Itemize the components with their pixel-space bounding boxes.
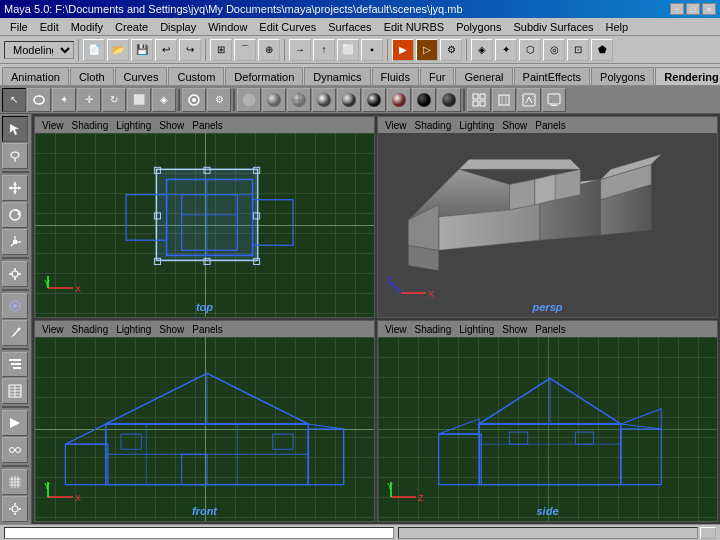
mode-dropdown[interactable]: Modeling Animation Dynamics Rendering (4, 41, 74, 59)
move-button[interactable] (2, 175, 28, 201)
menu-polygons[interactable]: Polygons (450, 20, 507, 34)
move-tool-icon[interactable]: ✛ (77, 88, 101, 112)
vp-side-panels[interactable]: Panels (532, 324, 569, 335)
vp-top-view[interactable]: View (39, 120, 67, 131)
vp-persp-view[interactable]: View (382, 120, 410, 131)
save-scene-button[interactable]: 💾 (131, 39, 153, 61)
tb-icon-4[interactable]: ◎ (543, 39, 565, 61)
vp-top-lighting[interactable]: Lighting (113, 120, 154, 131)
tab-rendering[interactable]: Rendering (655, 67, 720, 85)
viewport-persp[interactable]: View Shading Lighting Show Panels (377, 116, 718, 318)
channel-box-button[interactable] (2, 378, 28, 404)
tab-general[interactable]: General (455, 67, 512, 85)
vp-front-view[interactable]: View (39, 324, 67, 335)
frame-all-icon[interactable] (492, 88, 516, 112)
menu-subdiv[interactable]: Subdiv Surfaces (507, 20, 599, 34)
paint-select-icon[interactable]: ✦ (52, 88, 76, 112)
tab-curves[interactable]: Curves (115, 67, 168, 85)
grid-display-icon[interactable] (467, 88, 491, 112)
hierarchy-button[interactable]: ↑ (313, 39, 335, 61)
sphere-toon-icon[interactable] (337, 88, 361, 112)
menu-file[interactable]: File (4, 20, 34, 34)
render-settings-button[interactable]: ⚙ (440, 39, 462, 61)
render-button[interactable]: ▶ (392, 39, 414, 61)
menu-help[interactable]: Help (600, 20, 635, 34)
grid-button[interactable] (2, 469, 28, 495)
scale-button[interactable] (2, 229, 28, 255)
tab-painteffects[interactable]: PaintEffects (514, 67, 591, 85)
sphere-gradient-icon[interactable] (362, 88, 386, 112)
menu-edit-curves[interactable]: Edit Curves (253, 20, 322, 34)
select-tool-icon[interactable]: ↖ (2, 88, 26, 112)
snap-point-button[interactable]: ⊕ (258, 39, 280, 61)
menu-modify[interactable]: Modify (65, 20, 109, 34)
menu-edit-nurbs[interactable]: Edit NURBS (378, 20, 451, 34)
tab-polygons[interactable]: Polygons (591, 67, 654, 85)
vp-front-show[interactable]: Show (156, 324, 187, 335)
tb-icon-5[interactable]: ⊡ (567, 39, 589, 61)
tb-icon-1[interactable]: ◈ (471, 39, 493, 61)
rotate-button[interactable] (2, 202, 28, 228)
tb-icon-6[interactable]: ⬟ (591, 39, 613, 61)
render-button-left[interactable] (2, 410, 28, 436)
undo-button[interactable]: ↩ (155, 39, 177, 61)
tab-dynamics[interactable]: Dynamics (304, 67, 370, 85)
outliner-button[interactable] (2, 352, 28, 378)
vp-side-shading[interactable]: Shading (412, 324, 455, 335)
vp-top-show[interactable]: Show (156, 120, 187, 131)
vp-side-lighting[interactable]: Lighting (456, 324, 497, 335)
vp-side-view[interactable]: View (382, 324, 410, 335)
object-mode-button[interactable]: ⬜ (337, 39, 359, 61)
redo-button[interactable]: ↪ (179, 39, 201, 61)
tab-fur[interactable]: Fur (420, 67, 455, 85)
sphere-shaded-icon[interactable] (312, 88, 336, 112)
lasso-tool-icon[interactable] (27, 88, 51, 112)
vp-front-lighting[interactable]: Lighting (113, 324, 154, 335)
tab-cloth[interactable]: Cloth (70, 67, 114, 85)
open-scene-button[interactable]: 📂 (107, 39, 129, 61)
snap-curve-button[interactable]: ⌒ (234, 39, 256, 61)
tab-animation[interactable]: Animation (2, 67, 69, 85)
menu-surfaces[interactable]: Surfaces (322, 20, 377, 34)
rotate-tool-icon[interactable]: ↻ (102, 88, 126, 112)
soft-select-button[interactable] (2, 293, 28, 319)
viewport-side[interactable]: View Shading Lighting Show Panels (377, 320, 718, 522)
transform-icon[interactable]: ◈ (152, 88, 176, 112)
hypershade-icon[interactable] (517, 88, 541, 112)
tab-deformation[interactable]: Deformation (225, 67, 303, 85)
paint-tool-button[interactable] (2, 320, 28, 346)
vp-front-panels[interactable]: Panels (189, 324, 226, 335)
menu-window[interactable]: Window (202, 20, 253, 34)
menu-create[interactable]: Create (109, 20, 154, 34)
sphere-flat-icon[interactable] (237, 88, 261, 112)
vp-persp-lighting[interactable]: Lighting (456, 120, 497, 131)
tab-fluids[interactable]: Fluids (372, 67, 419, 85)
vp-top-shading[interactable]: Shading (69, 120, 112, 131)
tab-custom[interactable]: Custom (168, 67, 224, 85)
soft-mod-icon[interactable] (182, 88, 206, 112)
hypershade-button[interactable] (2, 437, 28, 463)
vp-persp-panels[interactable]: Panels (532, 120, 569, 131)
sphere-wire-icon[interactable] (287, 88, 311, 112)
vp-side-show[interactable]: Show (499, 324, 530, 335)
status-right-button[interactable] (700, 527, 716, 539)
show-manip-icon[interactable]: ⚙ (207, 88, 231, 112)
vp-persp-shading[interactable]: Shading (412, 120, 455, 131)
render-view-icon[interactable] (542, 88, 566, 112)
ipr-render-button[interactable]: ▷ (416, 39, 438, 61)
select-button[interactable] (2, 116, 28, 142)
status-scrollbar[interactable] (398, 527, 698, 539)
show-manip-button[interactable] (2, 261, 28, 287)
sphere-smooth-icon[interactable] (262, 88, 286, 112)
vp-front-shading[interactable]: Shading (69, 324, 112, 335)
viewport-top[interactable]: View Shading Lighting Show Panels (34, 116, 375, 318)
black-sphere-icon[interactable] (412, 88, 436, 112)
snap-grid-button[interactable]: ⊞ (210, 39, 232, 61)
close-button[interactable]: × (702, 3, 716, 15)
vp-top-panels[interactable]: Panels (189, 120, 226, 131)
sphere-color-icon[interactable] (387, 88, 411, 112)
menu-display[interactable]: Display (154, 20, 202, 34)
viewport-front[interactable]: View Shading Lighting Show Panels (34, 320, 375, 522)
dark-sphere-icon[interactable] (437, 88, 461, 112)
tb-icon-2[interactable]: ✦ (495, 39, 517, 61)
